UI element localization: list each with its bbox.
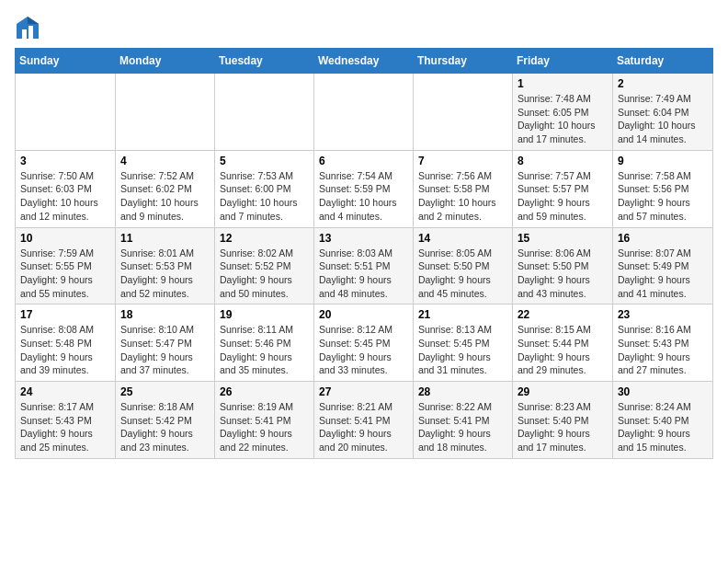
calendar-cell (313, 74, 413, 151)
daylight-text: Daylight: 9 hours and 27 minutes. (618, 351, 690, 376)
daylight-text: Daylight: 9 hours and 17 minutes. (518, 428, 590, 453)
day-number: 13 (319, 232, 408, 245)
daylight-text: Daylight: 10 hours and 12 minutes. (20, 197, 98, 222)
day-info: Sunrise: 8:02 AM Sunset: 5:52 PM Dayligh… (220, 247, 309, 301)
day-info: Sunrise: 8:22 AM Sunset: 5:41 PM Dayligh… (418, 400, 507, 454)
sunrise-text: Sunrise: 8:11 AM (220, 324, 293, 335)
day-info: Sunrise: 8:23 AM Sunset: 5:40 PM Dayligh… (518, 400, 608, 454)
calendar-table: Sunday Monday Tuesday Wednesday Thursday… (15, 48, 713, 459)
sunset-text: Sunset: 5:40 PM (618, 415, 689, 426)
day-info: Sunrise: 8:21 AM Sunset: 5:41 PM Dayligh… (319, 400, 408, 454)
day-number: 9 (618, 155, 708, 167)
calendar-body: 1 Sunrise: 7:48 AM Sunset: 6:05 PM Dayli… (16, 74, 713, 459)
calendar-cell: 11 Sunrise: 8:01 AM Sunset: 5:53 PM Dayl… (116, 227, 215, 304)
header-wednesday: Wednesday (313, 49, 413, 74)
daylight-text: Daylight: 10 hours and 17 minutes. (518, 120, 596, 144)
calendar-cell: 8 Sunrise: 7:57 AM Sunset: 5:57 PM Dayli… (512, 150, 612, 227)
calendar-cell: 18 Sunrise: 8:10 AM Sunset: 5:47 PM Dayl… (116, 304, 215, 382)
day-info: Sunrise: 8:16 AM Sunset: 5:43 PM Dayligh… (618, 323, 708, 377)
sunset-text: Sunset: 5:49 PM (618, 260, 689, 271)
sunset-text: Sunset: 6:04 PM (618, 107, 689, 118)
sunset-text: Sunset: 5:52 PM (220, 260, 291, 271)
daylight-text: Daylight: 9 hours and 43 minutes. (518, 274, 590, 299)
calendar-cell: 25 Sunrise: 8:18 AM Sunset: 5:42 PM Dayl… (116, 382, 215, 459)
sunrise-text: Sunrise: 7:53 AM (220, 170, 293, 181)
sunset-text: Sunset: 5:42 PM (120, 415, 192, 426)
sunset-text: Sunset: 5:45 PM (319, 338, 391, 349)
day-info: Sunrise: 7:57 AM Sunset: 5:57 PM Dayligh… (518, 169, 608, 224)
day-number: 5 (220, 155, 309, 167)
daylight-text: Daylight: 9 hours and 29 minutes. (518, 351, 590, 376)
day-info: Sunrise: 8:05 AM Sunset: 5:50 PM Dayligh… (418, 247, 507, 301)
calendar-cell: 1 Sunrise: 7:48 AM Sunset: 6:05 PM Dayli… (512, 74, 612, 151)
calendar-cell (116, 74, 215, 151)
calendar-cell: 10 Sunrise: 7:59 AM Sunset: 5:55 PM Dayl… (16, 227, 116, 304)
day-number: 11 (120, 232, 210, 245)
svg-rect-3 (28, 26, 33, 39)
header-friday: Friday (512, 49, 612, 74)
calendar-cell: 19 Sunrise: 8:11 AM Sunset: 5:46 PM Dayl… (214, 304, 313, 382)
day-number: 7 (418, 155, 507, 167)
sunset-text: Sunset: 5:43 PM (20, 415, 92, 426)
sunset-text: Sunset: 5:55 PM (20, 260, 92, 271)
day-number: 10 (20, 232, 110, 245)
sunrise-text: Sunrise: 8:21 AM (319, 401, 392, 412)
calendar-cell: 24 Sunrise: 8:17 AM Sunset: 5:43 PM Dayl… (16, 382, 116, 459)
day-number: 23 (618, 308, 708, 321)
header-thursday: Thursday (413, 49, 512, 74)
page-header (15, 15, 713, 40)
day-info: Sunrise: 7:54 AM Sunset: 5:59 PM Dayligh… (319, 169, 408, 224)
daylight-text: Daylight: 9 hours and 55 minutes. (20, 274, 93, 299)
daylight-text: Daylight: 9 hours and 59 minutes. (518, 197, 590, 222)
sunrise-text: Sunrise: 7:58 AM (618, 170, 691, 181)
sunset-text: Sunset: 5:56 PM (618, 183, 689, 194)
sunrise-text: Sunrise: 8:08 AM (20, 324, 94, 335)
daylight-text: Daylight: 9 hours and 57 minutes. (618, 197, 690, 222)
daylight-text: Daylight: 9 hours and 18 minutes. (418, 428, 491, 453)
sunrise-text: Sunrise: 7:49 AM (618, 93, 691, 104)
day-info: Sunrise: 7:56 AM Sunset: 5:58 PM Dayligh… (418, 169, 507, 224)
calendar-week-row: 3 Sunrise: 7:50 AM Sunset: 6:03 PM Dayli… (16, 150, 713, 227)
sunrise-text: Sunrise: 7:59 AM (20, 247, 94, 259)
day-info: Sunrise: 8:13 AM Sunset: 5:45 PM Dayligh… (418, 323, 507, 377)
day-number: 14 (418, 232, 507, 245)
day-number: 18 (120, 308, 210, 321)
sunrise-text: Sunrise: 8:06 AM (518, 247, 591, 259)
sunset-text: Sunset: 5:44 PM (518, 338, 589, 349)
sunset-text: Sunset: 5:53 PM (120, 260, 192, 271)
day-info: Sunrise: 8:08 AM Sunset: 5:48 PM Dayligh… (20, 323, 110, 377)
calendar-week-row: 17 Sunrise: 8:08 AM Sunset: 5:48 PM Dayl… (16, 304, 713, 382)
sunrise-text: Sunrise: 8:24 AM (618, 401, 691, 412)
calendar-cell: 22 Sunrise: 8:15 AM Sunset: 5:44 PM Dayl… (512, 304, 612, 382)
calendar-cell: 29 Sunrise: 8:23 AM Sunset: 5:40 PM Dayl… (512, 382, 612, 459)
sunrise-text: Sunrise: 8:01 AM (120, 247, 194, 259)
header-saturday: Saturday (612, 49, 712, 74)
calendar-cell: 23 Sunrise: 8:16 AM Sunset: 5:43 PM Dayl… (612, 304, 712, 382)
day-number: 6 (319, 155, 408, 167)
daylight-text: Daylight: 9 hours and 20 minutes. (319, 428, 392, 453)
daylight-text: Daylight: 9 hours and 31 minutes. (418, 351, 491, 376)
daylight-text: Daylight: 10 hours and 9 minutes. (120, 197, 199, 222)
calendar-cell: 9 Sunrise: 7:58 AM Sunset: 5:56 PM Dayli… (612, 150, 712, 227)
sunrise-text: Sunrise: 8:13 AM (418, 324, 492, 335)
sunrise-text: Sunrise: 8:02 AM (220, 247, 293, 259)
calendar-cell: 15 Sunrise: 8:06 AM Sunset: 5:50 PM Dayl… (512, 227, 612, 304)
day-number: 15 (518, 232, 608, 245)
day-info: Sunrise: 8:07 AM Sunset: 5:49 PM Dayligh… (618, 247, 708, 301)
sunrise-text: Sunrise: 7:54 AM (319, 170, 392, 181)
daylight-text: Daylight: 9 hours and 33 minutes. (319, 351, 392, 376)
sunrise-text: Sunrise: 8:22 AM (418, 401, 492, 412)
logo-icon (15, 15, 40, 40)
svg-marker-1 (28, 17, 39, 24)
day-number: 16 (618, 232, 708, 245)
day-number: 30 (618, 385, 708, 398)
sunrise-text: Sunrise: 7:57 AM (518, 170, 591, 181)
day-info: Sunrise: 8:03 AM Sunset: 5:51 PM Dayligh… (319, 247, 408, 301)
daylight-text: Daylight: 9 hours and 15 minutes. (618, 428, 690, 453)
sunset-text: Sunset: 5:57 PM (518, 183, 589, 194)
sunset-text: Sunset: 6:00 PM (220, 183, 291, 194)
sunset-text: Sunset: 5:41 PM (418, 415, 490, 426)
daylight-text: Daylight: 9 hours and 25 minutes. (20, 428, 93, 453)
day-info: Sunrise: 8:11 AM Sunset: 5:46 PM Dayligh… (220, 323, 309, 377)
calendar-week-row: 10 Sunrise: 7:59 AM Sunset: 5:55 PM Dayl… (16, 227, 713, 304)
